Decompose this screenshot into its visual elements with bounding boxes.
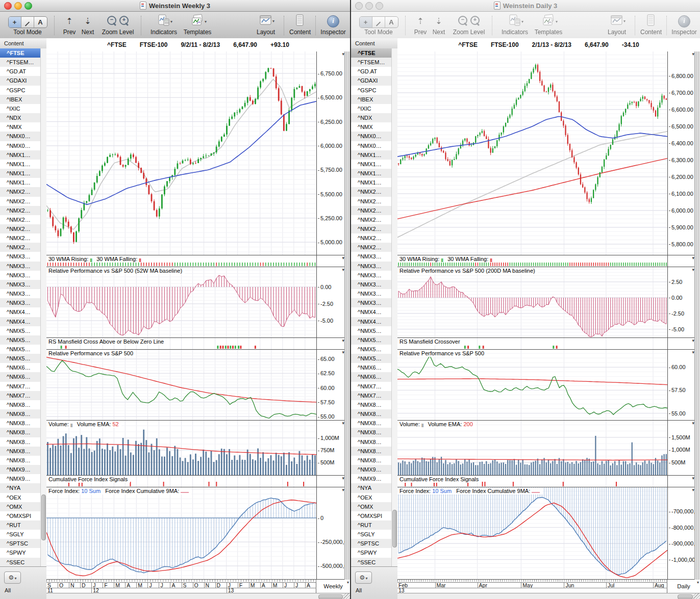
symbol-list-item[interactable]: ^OMXSPI (351, 511, 397, 520)
symbol-list-item[interactable]: ^GD.AT (0, 67, 46, 76)
symbol-list-item[interactable]: ^NMX8… (351, 456, 397, 465)
volume-pane[interactable]: Volume: ||| Volume EMA: 2001,500M1,000M5… (397, 421, 700, 476)
mansfield-signal-strip[interactable]: RS Mansfield Crossover▾ (397, 338, 700, 350)
timeframe-dropdown[interactable]: Daily▾ (667, 580, 700, 593)
symbol-list-item[interactable]: ^NMX3… (0, 298, 46, 307)
symbol-list-item[interactable]: ^NMX2… (0, 215, 46, 224)
symbol-list-item[interactable]: ^NMX7… (351, 382, 397, 391)
indicators-button[interactable]: ▾ (157, 14, 171, 29)
relative-performance-histogram-pane[interactable]: Relative Performance vs S&P 500 (200D MA… (397, 267, 700, 338)
symbol-list-item[interactable]: ^NMX1… (0, 169, 46, 178)
force-signals-strip[interactable]: Cumulative Force Index Signals▾ (46, 476, 350, 487)
content-button[interactable] (295, 14, 305, 28)
titlebar[interactable]: Weinstein Weekly 3 (0, 0, 350, 12)
symbol-list-item[interactable]: ^NMX3… (351, 252, 397, 261)
symbol-list-item[interactable]: ^NMX9… (351, 465, 397, 474)
horizontal-scrollbar[interactable] (46, 593, 350, 599)
symbol-list-item[interactable]: ^NMX8… (0, 428, 46, 437)
symbol-list-item[interactable]: ^SPTSC (351, 539, 397, 548)
force-signals-strip[interactable]: Cumulative Force Index Signals▾ (397, 476, 700, 487)
symbol-list-item[interactable]: ^NMX0… (351, 141, 397, 150)
symbol-list-item[interactable]: ^NDX (0, 113, 46, 122)
symbol-list-item[interactable]: ^NMX6… (351, 372, 397, 381)
symbol-list-item[interactable]: ^NMX5… (351, 335, 397, 345)
symbol-list-item[interactable]: ^NMX8… (351, 419, 397, 428)
layout-button[interactable]: ▾ (610, 14, 624, 28)
symbol-list-item[interactable]: ^NMX8… (0, 400, 46, 409)
price-pane[interactable]: 6,800.006,700.006,600.006,500.006,400.00… (397, 51, 700, 255)
symbol-list-item[interactable]: ^SGLY (351, 530, 397, 539)
symbol-list-item[interactable]: ^NMX9… (351, 474, 397, 483)
crosshair-tool-button[interactable]: + (9, 17, 21, 28)
symbol-list-item[interactable]: ^NMX8… (351, 400, 397, 409)
symbol-list-item[interactable]: ^NMX3… (351, 262, 397, 271)
inspector-button[interactable]: i (678, 15, 691, 28)
symbol-list-item[interactable]: ^NMX5… (0, 335, 46, 345)
symbol-list-item[interactable]: ^NMX2… (351, 197, 397, 206)
force-index-pane[interactable]: Force Index: 10 Sum Force Index Cumulati… (397, 487, 700, 580)
symbol-list-item[interactable]: ^NMX4… (0, 317, 46, 326)
scroll-thumb[interactable] (678, 594, 693, 599)
symbol-list-item[interactable]: ^NMX9… (0, 474, 46, 483)
symbol-list-item[interactable]: ^NMX3… (0, 271, 46, 280)
symbol-list-item[interactable]: ^NMX9… (0, 465, 46, 474)
symbol-list-item[interactable]: ^NMX8… (351, 428, 397, 437)
symbol-list-item[interactable]: ^FTSE (0, 48, 46, 58)
inspector-button[interactable]: i (327, 15, 340, 28)
symbol-list-item[interactable]: ^RUT (0, 520, 46, 530)
symbol-list-item[interactable]: ^NMX0… (0, 141, 46, 150)
templates-button[interactable]: ▾ (190, 14, 205, 29)
symbol-list-item[interactable]: ^NYA (0, 483, 46, 492)
text-tool-button[interactable]: A (385, 17, 398, 28)
symbol-list-item[interactable]: ^NYA (351, 483, 397, 492)
symbol-list-item[interactable]: ^NMX8… (0, 437, 46, 447)
symbol-list-item[interactable]: ^IBEX (0, 95, 46, 104)
timeframe-dropdown[interactable]: Weekly▾ (316, 580, 350, 593)
force-index-pane[interactable]: Force Index: 10 Sum Force Index Cumulati… (46, 487, 350, 580)
symbol-list-item[interactable]: ^NMX1… (351, 169, 397, 178)
symbol-list-item[interactable]: ^NMX5… (351, 354, 397, 363)
scrollbar-thumb[interactable] (41, 494, 46, 540)
sidebar-header[interactable]: Content (351, 38, 397, 49)
wma-signal-strip[interactable]: 30 WMA Rising: ||| 30 WMA Falling: |||▾ (46, 255, 350, 267)
symbol-list-item[interactable]: ^GD.AT (351, 67, 397, 76)
symbol-list-item[interactable]: ^NMX1… (0, 178, 46, 187)
symbol-list-item[interactable]: ^SSEC (0, 558, 46, 567)
symbol-list-item[interactable]: ^NMX3… (351, 271, 397, 280)
symbol-list-item[interactable]: ^NMX3… (0, 262, 46, 271)
line-tool-button[interactable] (21, 17, 34, 28)
resize-grip[interactable] (693, 593, 700, 599)
symbol-list-item[interactable]: ^GDAXI (0, 76, 46, 85)
relative-performance-histogram-pane[interactable]: Relative Performance vs S&P 500 (52W MA … (46, 267, 350, 338)
symbol-list-item[interactable]: ^SGLY (0, 530, 46, 539)
zoom-in-button[interactable] (470, 16, 480, 27)
symbol-list-item[interactable]: ^FTSEM… (351, 58, 397, 67)
symbol-list-item[interactable]: ^NMX1… (0, 150, 46, 160)
layout-button[interactable]: ▾ (259, 14, 273, 28)
mansfield-signal-strip[interactable]: RS Mansfield Cross Above or Below Zero L… (46, 338, 350, 350)
symbol-list-item[interactable]: ^SPWY (0, 548, 46, 557)
wma-signal-strip[interactable]: 30 WMA Rising: ||| 30 WMA Falling: |||▾ (397, 255, 700, 267)
symbol-list-item[interactable]: ^FTSEM… (0, 58, 46, 67)
symbol-list-item[interactable]: ^NMX2… (351, 187, 397, 196)
zoom-in-button[interactable] (119, 16, 129, 27)
symbol-list-item[interactable]: ^NMX1… (351, 178, 397, 187)
sidebar-scrollbar[interactable] (40, 48, 46, 567)
pane-scroll-strip[interactable] (344, 51, 350, 580)
sidebar-header[interactable]: Content (0, 38, 46, 49)
symbol-list-item[interactable]: ^NDX (351, 113, 397, 122)
content-button[interactable] (646, 14, 656, 28)
symbol-list-item[interactable]: ^GDAXI (351, 76, 397, 85)
symbol-list-item[interactable]: ^OMX (351, 502, 397, 511)
symbol-list-item[interactable]: ^NMX1… (351, 160, 397, 169)
symbol-list-item[interactable]: ^NMX2… (351, 224, 397, 233)
symbol-list-item[interactable]: ^NMX1… (351, 150, 397, 160)
symbol-list-item[interactable]: ^NMX6… (351, 363, 397, 372)
symbol-list-item[interactable]: ^NMX8… (0, 419, 46, 428)
symbol-list-item[interactable]: ^NMX6… (0, 363, 46, 372)
symbol-list-item[interactable]: ^NMX4… (0, 307, 46, 317)
symbol-list-item[interactable]: ^NMX5… (0, 345, 46, 354)
next-button[interactable]: ⇣ (435, 16, 442, 26)
symbol-list-item[interactable]: ^NMX3… (0, 289, 46, 298)
symbol-list-item[interactable]: ^NMX2… (0, 187, 46, 196)
